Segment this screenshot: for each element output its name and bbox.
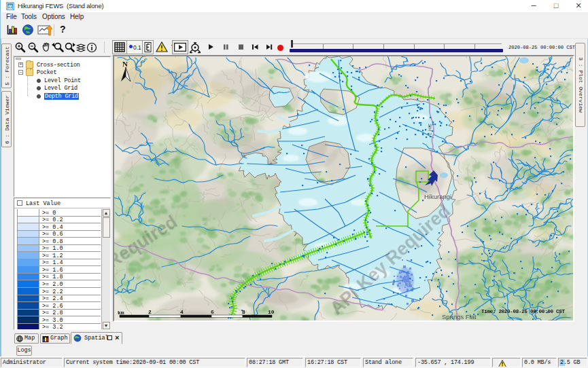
svg-text:N: N	[122, 60, 128, 68]
svg-text:10: 10	[268, 309, 275, 315]
svg-text:Hikurangi: Hikurangi	[424, 193, 451, 200]
svg-text:8: 8	[242, 309, 245, 315]
svg-text:2: 2	[148, 309, 152, 315]
svg-text:Time: 2020-08-25 00:00:00 CST: Time: 2020-08-25 00:00:00 CST	[481, 309, 565, 314]
svg-text:km: km	[118, 310, 124, 316]
svg-text:4: 4	[180, 309, 184, 315]
svg-text:Springs Flat: Springs Flat	[442, 313, 477, 320]
svg-text:SH 1: SH 1	[427, 124, 433, 136]
svg-text:6: 6	[211, 309, 214, 315]
